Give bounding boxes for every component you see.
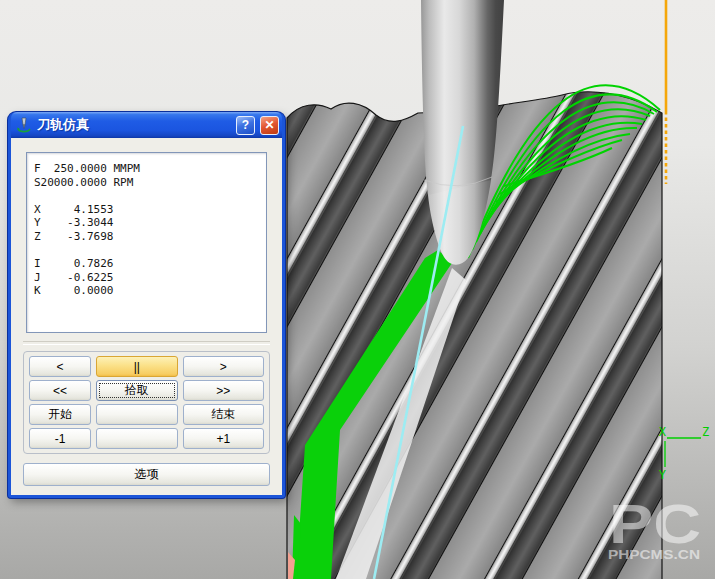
- plus-one-button[interactable]: +1: [183, 428, 265, 449]
- start-button[interactable]: 开始: [29, 404, 91, 425]
- axis-triad: X Z Y: [659, 425, 709, 482]
- help-button[interactable]: ?: [236, 116, 255, 135]
- divider: [23, 341, 270, 345]
- axis-label-y: Y: [659, 468, 667, 482]
- fast-forward-button[interactable]: >>: [183, 380, 265, 401]
- readout-speed: S20000.0000 RPM: [34, 176, 259, 190]
- blank-button-2[interactable]: [96, 428, 178, 449]
- readout-y: Y -3.3044: [34, 216, 259, 230]
- readout-j: J -0.6225: [34, 271, 259, 285]
- dialog-titlebar[interactable]: 刀轨仿真 ? ✕: [11, 112, 282, 138]
- axis-label-z: Z: [702, 425, 709, 439]
- watermark-site: PHPCMS.CN: [608, 547, 700, 562]
- dialog-icon: [16, 117, 32, 133]
- readout-blank-1: [34, 189, 259, 203]
- readout-z: Z -3.7698: [34, 230, 259, 244]
- pick-button[interactable]: 拾取: [96, 380, 178, 401]
- watermark: PC PHPCMS.CN: [608, 492, 701, 562]
- watermark-logo: PC: [609, 492, 701, 555]
- position-readout: F 250.0000 MMPM S20000.0000 RPM X 4.1553…: [26, 152, 267, 333]
- readout-blank-2: [34, 244, 259, 258]
- readout-k: K 0.0000: [34, 284, 259, 298]
- dialog-title: 刀轨仿真: [37, 116, 231, 134]
- readout-feed: F 250.0000 MMPM: [34, 162, 259, 176]
- fast-backward-button[interactable]: <<: [29, 380, 91, 401]
- end-button[interactable]: 结束: [183, 404, 265, 425]
- dialog-body: F 250.0000 MMPM S20000.0000 RPM X 4.1553…: [11, 138, 282, 495]
- blank-button-1[interactable]: [96, 404, 178, 425]
- options-button[interactable]: 选项: [23, 463, 270, 486]
- close-icon[interactable]: ✕: [260, 116, 279, 135]
- step-forward-button[interactable]: >: [183, 356, 265, 377]
- toolpath-sim-dialog: 刀轨仿真 ? ✕ F 250.0000 MMPM S20000.0000 RPM…: [8, 112, 285, 498]
- readout-x: X 4.1553: [34, 203, 259, 217]
- playback-button-panel: < || > << 拾取 >> 开始 结束 -1 +1: [23, 351, 270, 454]
- readout-i: I 0.7826: [34, 257, 259, 271]
- axis-label-x: X: [659, 425, 667, 439]
- step-back-button[interactable]: <: [29, 356, 91, 377]
- minus-one-button[interactable]: -1: [29, 428, 91, 449]
- pause-button[interactable]: ||: [96, 356, 178, 377]
